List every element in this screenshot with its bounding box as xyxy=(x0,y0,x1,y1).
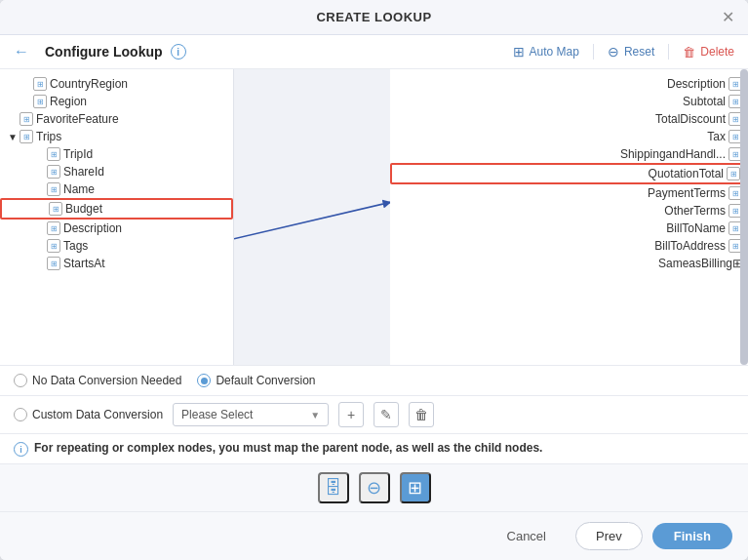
default-conversion-option[interactable]: Default Conversion xyxy=(197,374,315,387)
right-grid-quotationtotal: ⊞ xyxy=(727,167,740,180)
mapping-svg xyxy=(234,69,390,365)
grid-icon-description: ⊞ xyxy=(47,221,60,235)
right-label-subtotal: Subtotal xyxy=(683,95,726,108)
label-name: Name xyxy=(63,182,95,196)
finish-button[interactable]: Finish xyxy=(652,523,732,549)
default-label: Default Conversion xyxy=(216,374,315,387)
label-tags: Tags xyxy=(63,239,88,253)
right-label-shippinghandl: ShippingandHandl... xyxy=(620,147,726,161)
right-item-billtoaddress[interactable]: BillToAddress ⊞ xyxy=(390,237,748,255)
cancel-button[interactable]: Cancel xyxy=(488,523,566,549)
expander-trips: ▼ xyxy=(6,132,20,142)
tree-item-shareid[interactable]: ⊞ ShareId xyxy=(0,163,233,180)
toolbar-right: ⊞ Auto Map ⊖ Reset 🗑 Delete xyxy=(513,44,734,60)
right-item-totaldiscount[interactable]: TotalDiscount ⊞ xyxy=(390,110,748,128)
modal-title: CREATE LOOKUP xyxy=(316,10,431,24)
tree-item-tags[interactable]: ⊞ Tags xyxy=(0,237,233,255)
separator2 xyxy=(668,44,669,60)
right-item-quotationtotal[interactable]: QuotationTotal ⊞ xyxy=(390,163,748,184)
info-row: i For repeating or complex nodes, you mu… xyxy=(0,434,748,463)
label-tripid: TripId xyxy=(63,147,93,161)
trash-icon: 🗑 xyxy=(414,407,428,422)
right-item-sameasbilling[interactable]: SameasBilling⊞ xyxy=(390,255,748,272)
tree-item-budget[interactable]: ⊞ Budget xyxy=(0,198,233,220)
tree-item-startsat[interactable]: ⊞ StartsAt xyxy=(0,255,233,272)
configure-title: Configure Lookup xyxy=(45,44,163,60)
info-icon-detail: i xyxy=(14,442,28,457)
custom-label: Custom Data Conversion xyxy=(32,408,163,421)
custom-row: Custom Data Conversion Please Select ▼ +… xyxy=(0,396,748,434)
right-item-paymentterms[interactable]: PaymentTerms ⊞ xyxy=(390,184,748,202)
please-select-dropdown[interactable]: Please Select ▼ xyxy=(173,403,329,426)
modal-overlay: CREATE LOOKUP ✕ ← Configure Lookup i ⊞ A… xyxy=(0,0,748,560)
tree-item-name[interactable]: ⊞ Name xyxy=(0,180,233,198)
label-region: Region xyxy=(50,95,87,108)
right-item-subtotal[interactable]: Subtotal ⊞ xyxy=(390,93,748,110)
reset-icon: ⊖ xyxy=(608,44,619,60)
grid-icon-tripid: ⊞ xyxy=(47,147,60,161)
zoom-out-icon-button[interactable]: ⊖ xyxy=(359,472,390,503)
default-radio[interactable] xyxy=(197,374,211,387)
custom-conversion-option[interactable]: Custom Data Conversion xyxy=(14,408,163,421)
right-item-billtoname[interactable]: BillToName ⊞ xyxy=(390,220,748,237)
database-icon-button[interactable]: 🗄 xyxy=(318,472,349,503)
auto-map-icon: ⊞ xyxy=(513,44,525,60)
right-item-shippinghandl[interactable]: ShippingandHandl... ⊞ xyxy=(390,145,748,163)
back-arrow-icon[interactable]: ← xyxy=(14,43,29,60)
tree-item-favoritefeature[interactable]: ⊞ FavoriteFeature xyxy=(0,110,233,128)
add-icon-button[interactable]: + xyxy=(338,402,364,427)
grid-icon-name: ⊞ xyxy=(47,182,60,196)
grid-icon-tags: ⊞ xyxy=(47,239,60,253)
tree-item-region[interactable]: ⊞ Region xyxy=(0,93,233,110)
right-label-description: Description xyxy=(667,77,726,91)
right-label-otherterms: OtherTerms xyxy=(664,204,726,218)
delete-icon-button[interactable]: 🗑 xyxy=(409,402,434,427)
prev-button[interactable]: Prev xyxy=(575,522,643,550)
tree-item-tripid[interactable]: ⊞ TripId xyxy=(0,145,233,163)
footer-row: Cancel Prev Finish xyxy=(0,511,748,560)
right-label-billtoname: BillToName xyxy=(666,221,726,235)
bottom-icons-row: 🗄 ⊖ ⊞ xyxy=(0,463,748,511)
left-panel: ⊞ CountryRegion ⊞ Region ⊞ FavoriteFeatu… xyxy=(0,69,234,365)
label-favoritefeature: FavoriteFeature xyxy=(36,112,119,126)
label-trips: Trips xyxy=(36,130,61,143)
right-label-totaldiscount: TotalDiscount xyxy=(655,112,726,126)
right-label-sameasbilling: SameasBilling⊞ xyxy=(658,257,742,270)
no-data-radio[interactable] xyxy=(14,374,27,387)
right-label-paymentterms: PaymentTerms xyxy=(648,186,726,200)
tree-item-countryregion[interactable]: ⊞ CountryRegion xyxy=(0,75,233,93)
active-view-icon-button[interactable]: ⊞ xyxy=(400,472,431,503)
database-icon: 🗄 xyxy=(325,478,342,499)
right-item-description[interactable]: Description ⊞ xyxy=(390,75,748,93)
delete-button[interactable]: 🗑 Delete xyxy=(683,45,734,60)
edit-icon-button[interactable]: ✎ xyxy=(374,402,399,427)
separator1 xyxy=(593,44,594,60)
label-shareid: ShareId xyxy=(63,165,104,179)
grid-icon-startsat: ⊞ xyxy=(47,257,60,270)
tree-item-trips[interactable]: ▼ ⊞ Trips xyxy=(0,128,233,145)
right-item-tax[interactable]: Tax ⊞ xyxy=(390,128,748,145)
close-button[interactable]: ✕ xyxy=(722,10,734,25)
delete-icon: 🗑 xyxy=(683,45,695,60)
custom-radio[interactable] xyxy=(14,408,27,421)
create-lookup-modal: CREATE LOOKUP ✕ ← Configure Lookup i ⊞ A… xyxy=(0,0,748,560)
right-item-otherterms[interactable]: OtherTerms ⊞ xyxy=(390,202,748,220)
tree-item-description[interactable]: ⊞ Description xyxy=(0,220,233,237)
configure-info-icon[interactable]: i xyxy=(171,44,186,60)
grid-icon-budget: ⊞ xyxy=(49,202,62,216)
center-canvas xyxy=(234,69,390,365)
right-label-quotationtotal: QuotationTotal xyxy=(649,167,724,180)
info-message: For repeating or complex nodes, you must… xyxy=(34,441,542,455)
label-startsat: StartsAt xyxy=(63,257,105,270)
no-data-conversion-option[interactable]: No Data Conversion Needed xyxy=(14,374,181,387)
grid-icon-countryregion: ⊞ xyxy=(33,77,47,91)
label-countryregion: CountryRegion xyxy=(50,77,128,91)
grid-icon-favoritefeature: ⊞ xyxy=(20,112,33,126)
conversion-row: No Data Conversion Needed Default Conver… xyxy=(0,365,748,396)
svg-line-0 xyxy=(234,202,390,238)
reset-button[interactable]: ⊖ Reset xyxy=(608,44,654,60)
right-scrollbar[interactable] xyxy=(740,69,748,365)
auto-map-button[interactable]: ⊞ Auto Map xyxy=(513,44,579,60)
select-value: Please Select xyxy=(181,408,253,421)
no-data-label: No Data Conversion Needed xyxy=(32,374,181,387)
